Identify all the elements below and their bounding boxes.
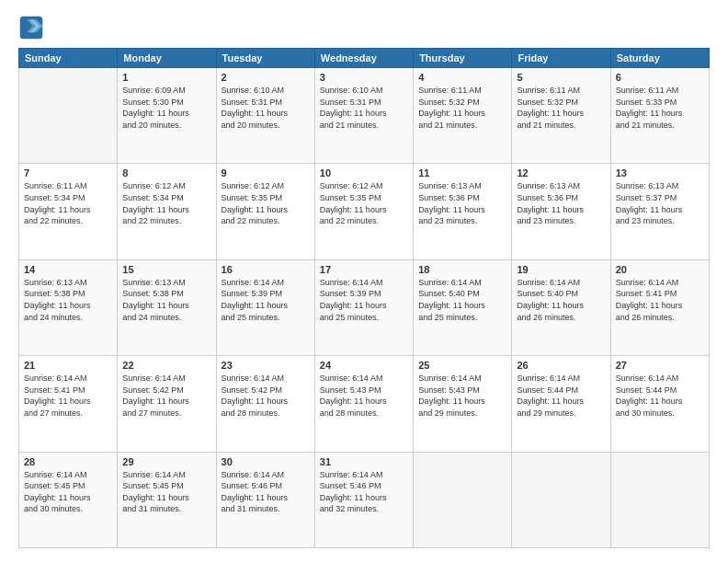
day-number: 20 — [616, 264, 704, 275]
page: SundayMondayTuesdayWednesdayThursdayFrid… — [0, 0, 728, 563]
day-info: Sunrise: 6:14 AM Sunset: 5:44 PM Dayligh… — [616, 373, 704, 419]
weekday-header: Sunday — [19, 49, 118, 68]
day-info: Sunrise: 6:12 AM Sunset: 5:35 PM Dayligh… — [320, 180, 408, 226]
calendar-cell: 14Sunrise: 6:13 AM Sunset: 5:38 PM Dayli… — [19, 259, 118, 355]
calendar-header: SundayMondayTuesdayWednesdayThursdayFrid… — [19, 49, 710, 68]
header — [18, 15, 710, 40]
day-info: Sunrise: 6:13 AM Sunset: 5:38 PM Dayligh… — [122, 277, 210, 323]
day-number: 21 — [24, 360, 112, 371]
calendar-week: 14Sunrise: 6:13 AM Sunset: 5:38 PM Dayli… — [19, 259, 710, 355]
calendar-cell: 13Sunrise: 6:13 AM Sunset: 5:37 PM Dayli… — [610, 164, 709, 259]
day-info: Sunrise: 6:13 AM Sunset: 5:36 PM Dayligh… — [418, 180, 506, 226]
day-info: Sunrise: 6:11 AM Sunset: 5:32 PM Dayligh… — [418, 85, 506, 131]
day-info: Sunrise: 6:14 AM Sunset: 5:39 PM Dayligh… — [222, 277, 310, 323]
calendar-cell: 11Sunrise: 6:13 AM Sunset: 5:36 PM Dayli… — [414, 164, 512, 259]
calendar-cell: 17Sunrise: 6:14 AM Sunset: 5:39 PM Dayli… — [314, 259, 413, 355]
day-info: Sunrise: 6:14 AM Sunset: 5:45 PM Dayligh… — [24, 469, 112, 515]
calendar-cell: 29Sunrise: 6:14 AM Sunset: 5:45 PM Dayli… — [118, 452, 216, 547]
day-info: Sunrise: 6:14 AM Sunset: 5:46 PM Dayligh… — [320, 469, 408, 515]
day-info: Sunrise: 6:14 AM Sunset: 5:43 PM Dayligh… — [320, 373, 408, 419]
logo — [18, 15, 48, 40]
day-number: 16 — [222, 264, 310, 275]
day-info: Sunrise: 6:11 AM Sunset: 5:32 PM Dayligh… — [517, 85, 605, 131]
calendar-body: 1Sunrise: 6:09 AM Sunset: 5:30 PM Daylig… — [19, 68, 710, 548]
day-info: Sunrise: 6:14 AM Sunset: 5:45 PM Dayligh… — [122, 469, 210, 515]
calendar-cell: 31Sunrise: 6:14 AM Sunset: 5:46 PM Dayli… — [314, 452, 413, 547]
weekday-header: Monday — [118, 49, 216, 68]
day-number: 28 — [24, 456, 112, 467]
day-info: Sunrise: 6:13 AM Sunset: 5:37 PM Dayligh… — [616, 180, 704, 226]
weekday-header: Tuesday — [216, 49, 314, 68]
day-number: 5 — [517, 72, 605, 83]
calendar-cell — [414, 452, 512, 547]
day-number: 2 — [222, 72, 310, 83]
day-number: 10 — [320, 167, 408, 178]
day-info: Sunrise: 6:14 AM Sunset: 5:40 PM Dayligh… — [517, 277, 605, 323]
day-info: Sunrise: 6:13 AM Sunset: 5:38 PM Dayligh… — [24, 277, 112, 323]
day-info: Sunrise: 6:11 AM Sunset: 5:33 PM Dayligh… — [616, 85, 704, 131]
calendar-cell: 8Sunrise: 6:12 AM Sunset: 5:34 PM Daylig… — [118, 164, 216, 259]
calendar-cell: 1Sunrise: 6:09 AM Sunset: 5:30 PM Daylig… — [118, 68, 216, 164]
logo-icon — [18, 15, 44, 40]
day-info: Sunrise: 6:12 AM Sunset: 5:34 PM Dayligh… — [122, 180, 210, 226]
day-info: Sunrise: 6:13 AM Sunset: 5:36 PM Dayligh… — [517, 180, 605, 226]
day-number: 29 — [122, 456, 210, 467]
day-number: 3 — [320, 72, 408, 83]
day-number: 31 — [320, 456, 408, 467]
day-number: 4 — [418, 72, 506, 83]
day-number: 6 — [616, 72, 704, 83]
calendar-cell: 19Sunrise: 6:14 AM Sunset: 5:40 PM Dayli… — [512, 259, 610, 355]
calendar-cell: 9Sunrise: 6:12 AM Sunset: 5:35 PM Daylig… — [216, 164, 314, 259]
day-number: 25 — [418, 360, 506, 371]
day-info: Sunrise: 6:14 AM Sunset: 5:42 PM Dayligh… — [122, 373, 210, 419]
calendar-cell: 5Sunrise: 6:11 AM Sunset: 5:32 PM Daylig… — [512, 68, 610, 164]
calendar-cell: 24Sunrise: 6:14 AM Sunset: 5:43 PM Dayli… — [314, 356, 413, 452]
calendar-cell — [19, 68, 118, 164]
day-info: Sunrise: 6:14 AM Sunset: 5:40 PM Dayligh… — [418, 277, 506, 323]
calendar-week: 7Sunrise: 6:11 AM Sunset: 5:34 PM Daylig… — [19, 164, 710, 259]
day-number: 1 — [122, 72, 210, 83]
day-info: Sunrise: 6:10 AM Sunset: 5:31 PM Dayligh… — [320, 85, 408, 131]
day-info: Sunrise: 6:10 AM Sunset: 5:31 PM Dayligh… — [222, 85, 310, 131]
day-number: 17 — [320, 264, 408, 275]
day-number: 9 — [222, 167, 310, 178]
weekday-header: Wednesday — [314, 49, 413, 68]
day-number: 15 — [122, 264, 210, 275]
day-number: 13 — [616, 167, 704, 178]
calendar-cell — [610, 452, 709, 547]
calendar-cell: 21Sunrise: 6:14 AM Sunset: 5:41 PM Dayli… — [19, 356, 118, 452]
day-number: 7 — [24, 167, 112, 178]
calendar-cell: 15Sunrise: 6:13 AM Sunset: 5:38 PM Dayli… — [118, 259, 216, 355]
day-info: Sunrise: 6:12 AM Sunset: 5:35 PM Dayligh… — [222, 180, 310, 226]
calendar-cell: 2Sunrise: 6:10 AM Sunset: 5:31 PM Daylig… — [216, 68, 314, 164]
day-info: Sunrise: 6:14 AM Sunset: 5:39 PM Dayligh… — [320, 277, 408, 323]
calendar-cell: 20Sunrise: 6:14 AM Sunset: 5:41 PM Dayli… — [610, 259, 709, 355]
weekday-header: Thursday — [414, 49, 512, 68]
calendar-cell: 28Sunrise: 6:14 AM Sunset: 5:45 PM Dayli… — [19, 452, 118, 547]
day-number: 11 — [418, 167, 506, 178]
calendar-week: 28Sunrise: 6:14 AM Sunset: 5:45 PM Dayli… — [19, 452, 710, 547]
calendar-cell: 18Sunrise: 6:14 AM Sunset: 5:40 PM Dayli… — [414, 259, 512, 355]
day-info: Sunrise: 6:11 AM Sunset: 5:34 PM Dayligh… — [24, 180, 112, 226]
day-info: Sunrise: 6:09 AM Sunset: 5:30 PM Dayligh… — [122, 85, 210, 131]
day-info: Sunrise: 6:14 AM Sunset: 5:42 PM Dayligh… — [222, 373, 310, 419]
day-info: Sunrise: 6:14 AM Sunset: 5:41 PM Dayligh… — [24, 373, 112, 419]
calendar-cell: 27Sunrise: 6:14 AM Sunset: 5:44 PM Dayli… — [610, 356, 709, 452]
calendar-cell: 10Sunrise: 6:12 AM Sunset: 5:35 PM Dayli… — [314, 164, 413, 259]
weekday-header: Saturday — [610, 49, 709, 68]
day-number: 27 — [616, 360, 704, 371]
day-number: 23 — [222, 360, 310, 371]
calendar: SundayMondayTuesdayWednesdayThursdayFrid… — [18, 48, 710, 548]
calendar-cell: 4Sunrise: 6:11 AM Sunset: 5:32 PM Daylig… — [414, 68, 512, 164]
day-number: 8 — [122, 167, 210, 178]
day-number: 18 — [418, 264, 506, 275]
calendar-cell: 7Sunrise: 6:11 AM Sunset: 5:34 PM Daylig… — [19, 164, 118, 259]
calendar-week: 1Sunrise: 6:09 AM Sunset: 5:30 PM Daylig… — [19, 68, 710, 164]
day-number: 14 — [24, 264, 112, 275]
weekday-row: SundayMondayTuesdayWednesdayThursdayFrid… — [19, 49, 710, 68]
day-number: 24 — [320, 360, 408, 371]
calendar-cell: 26Sunrise: 6:14 AM Sunset: 5:44 PM Dayli… — [512, 356, 610, 452]
calendar-cell: 23Sunrise: 6:14 AM Sunset: 5:42 PM Dayli… — [216, 356, 314, 452]
day-info: Sunrise: 6:14 AM Sunset: 5:46 PM Dayligh… — [222, 469, 310, 515]
day-number: 22 — [122, 360, 210, 371]
